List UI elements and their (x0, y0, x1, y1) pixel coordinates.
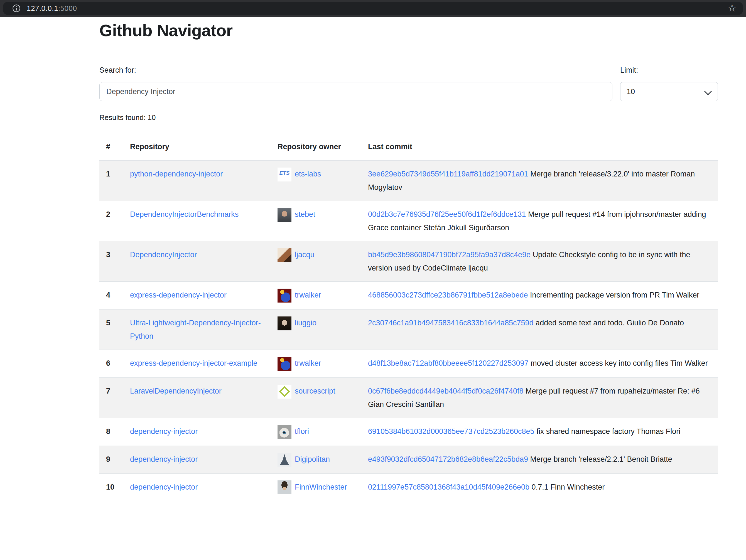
commit-cell: 00d2b3c7e76935d76f25ee50f6d1f2ef6ddce131… (361, 201, 718, 241)
owner-cell: Digipolitan (271, 446, 361, 473)
owner-cell: ETSets-labs (271, 160, 361, 201)
table-row: 10dependency-injectorFinnWinchester02111… (99, 473, 718, 501)
repository-cell: dependency-injector (123, 473, 271, 501)
info-icon[interactable] (12, 4, 21, 12)
sourcescript-logo-icon (278, 385, 291, 399)
owner-link[interactable]: FinnWinchester (295, 483, 347, 491)
limit-label: Limit: (620, 65, 718, 76)
column-header-repository: Repository (123, 133, 271, 160)
commit-cell: 0c67f6be8eddcd4449eb4044f5df0ca26f4740f8… (361, 377, 718, 418)
commit-message: moved cluster access key into config fil… (530, 359, 708, 367)
repository-cell: Ultra-Lightweight-Dependency-Injector-Py… (123, 309, 271, 350)
table-row: 2DependencyInjectorBenchmarksstebet00d2b… (99, 201, 718, 241)
commit-hash-link[interactable]: e493f9032dfcd65047172b682e8b6eaf22c5bda9 (368, 455, 528, 464)
owner-link[interactable]: tflori (295, 427, 309, 436)
repository-cell: LaravelDependencyInjector (123, 377, 271, 418)
row-number: 6 (99, 350, 123, 377)
ljacqu-photo-icon (278, 248, 291, 262)
repository-link[interactable]: express-dependency-injector-example (130, 359, 257, 367)
owner-link[interactable]: liuggio (295, 319, 316, 327)
commit-message: Incrementing package version from PR Tim… (530, 291, 699, 299)
commit-cell: 468856003c273dffce23b86791fbbe512a8ebede… (361, 282, 718, 310)
column-header-num: # (99, 133, 123, 160)
commit-hash-link[interactable]: 0c67f6be8eddcd4449eb4044f5df0ca26f4740f8 (368, 387, 524, 395)
column-header-last-commit: Last commit (361, 133, 718, 160)
url-text: 127.0.0.1:5000 (27, 4, 77, 13)
trwalker-avatar-icon (278, 289, 291, 302)
table-row: 4express-dependency-injectortrwalker4688… (99, 282, 718, 310)
commit-cell: e493f9032dfcd65047172b682e8b6eaf22c5bda9… (361, 446, 718, 473)
row-number: 3 (99, 241, 123, 282)
table-row: 8dependency-injectortflori69105384b61032… (99, 418, 718, 446)
repository-link[interactable]: python-dependency-injector (130, 170, 223, 178)
limit-select-wrap: 10 (620, 82, 718, 101)
owner-link[interactable]: sourcescript (295, 387, 336, 395)
browser-chrome: 127.0.0.1:5000 ☆ (0, 0, 746, 17)
commit-hash-link[interactable]: 00d2b3c7e76935d76f25ee50f6d1f2ef6ddce131 (368, 210, 526, 218)
column-header-owner: Repository owner (271, 133, 361, 160)
search-label: Search for: (99, 65, 612, 76)
table-row: 5Ultra-Lightweight-Dependency-Injector-P… (99, 309, 718, 350)
commit-hash-link[interactable]: 468856003c273dffce23b86791fbbe512a8ebede (368, 291, 528, 299)
results-table-body: 1python-dependency-injectorETSets-labs3e… (99, 160, 718, 501)
row-number: 1 (99, 160, 123, 201)
commit-cell: 3ee629eb5d7349d55f41b119aff81dd219071a01… (361, 160, 718, 201)
owner-link[interactable]: Digipolitan (295, 455, 330, 464)
repository-cell: express-dependency-injector (123, 282, 271, 310)
commit-hash-link[interactable]: d48f13be8ac712abf80bbeeee5f120227d253097 (368, 359, 528, 367)
limit-select[interactable]: 10 (620, 82, 718, 101)
table-row: 3DependencyInjectorljacqubb45d9e3b986080… (99, 241, 718, 282)
owner-cell: trwalker (271, 350, 361, 377)
repository-cell: dependency-injector (123, 418, 271, 446)
row-number: 4 (99, 282, 123, 310)
search-field-group: Search for: (99, 65, 612, 101)
table-row: 7LaravelDependencyInjectorsourcescript0c… (99, 377, 718, 418)
owner-link[interactable]: stebet (295, 210, 315, 218)
commit-cell: 2c30746c1a91b4947583416c833b1644a85c759d… (361, 309, 718, 350)
repository-link[interactable]: dependency-injector (130, 427, 198, 436)
browser-url-bar[interactable]: 127.0.0.1:5000 ☆ (3, 2, 743, 15)
table-row: 1python-dependency-injectorETSets-labs3e… (99, 160, 718, 201)
search-form: Search for: Limit: 10 (99, 65, 718, 101)
owner-link[interactable]: ets-labs (295, 170, 321, 178)
owner-cell: tflori (271, 418, 361, 446)
repository-cell: DependencyInjectorBenchmarks (123, 201, 271, 241)
table-row: 9dependency-injectorDigipolitane493f9032… (99, 446, 718, 473)
repository-link[interactable]: Ultra-Lightweight-Dependency-Injector-Py… (130, 319, 261, 341)
owner-link[interactable]: ljacqu (295, 250, 315, 259)
liuggio-photo-icon (278, 317, 291, 330)
commit-cell: d48f13be8ac712abf80bbeeee5f120227d253097… (361, 350, 718, 377)
ets-labs-logo-icon: ETS (278, 168, 291, 181)
owner-link[interactable]: trwalker (295, 291, 321, 299)
header-row: # Repository Repository owner Last commi… (99, 133, 718, 160)
commit-hash-link[interactable]: 2c30746c1a91b4947583416c833b1644a85c759d (368, 319, 534, 327)
page-title: Github Navigator (99, 21, 718, 41)
row-number: 5 (99, 309, 123, 350)
repository-cell: express-dependency-injector-example (123, 350, 271, 377)
owner-cell: trwalker (271, 282, 361, 310)
commit-hash-link[interactable]: 02111997e57c85801368f43a10d45f409e266e0b (368, 483, 529, 491)
trwalker-avatar-icon (278, 357, 291, 371)
repository-link[interactable]: dependency-injector (130, 455, 198, 464)
commit-hash-link[interactable]: bb45d9e3b98608047190bf72a95fa9a37d8c4e9e (368, 250, 530, 259)
owner-link[interactable]: trwalker (295, 359, 321, 367)
repository-link[interactable]: dependency-injector (130, 483, 198, 491)
digipolitan-logo-icon (278, 453, 291, 467)
url-port: :5000 (58, 4, 77, 12)
owner-cell: FinnWinchester (271, 473, 361, 501)
commit-hash-link[interactable]: 3ee629eb5d7349d55f41b119aff81dd219071a01 (368, 170, 528, 178)
results-table-head: # Repository Repository owner Last commi… (99, 133, 718, 160)
star-icon[interactable]: ☆ (728, 3, 737, 13)
repository-link[interactable]: express-dependency-injector (130, 291, 227, 299)
repository-link[interactable]: DependencyInjector (130, 250, 197, 259)
repository-link[interactable]: DependencyInjectorBenchmarks (130, 210, 238, 218)
stebet-photo-icon (278, 208, 291, 222)
commit-message: Merge branch 'release/2.2.1' Benoit Bria… (530, 455, 672, 464)
repository-link[interactable]: LaravelDependencyInjector (130, 387, 222, 395)
commit-hash-link[interactable]: 69105384b61032d000365ee737cd2523b260c8e5 (368, 427, 535, 436)
row-number: 10 (99, 473, 123, 501)
results-summary: Results found: 10 (99, 112, 718, 123)
row-number: 7 (99, 377, 123, 418)
results-table: # Repository Repository owner Last commi… (99, 133, 718, 501)
search-input[interactable] (99, 82, 612, 101)
